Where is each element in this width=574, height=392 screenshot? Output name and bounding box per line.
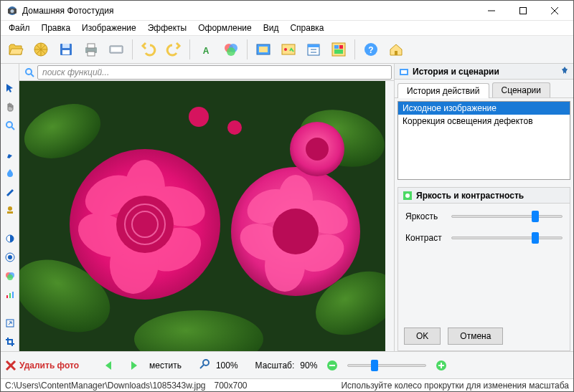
tool-brightness[interactable] [3,231,17,246]
history-panel-header: История и сценарии [395,64,573,80]
svg-rect-30 [308,44,319,47]
tab-scenarios[interactable]: Сценарии [492,82,550,97]
brightness-contrast-panel: Яркость и контрастность Яркость Контраст… [397,187,570,351]
bottom-bar: Удалить фото местить 100% Масштаб: 90% [1,351,573,378]
tool-brush[interactable] [3,147,17,161]
svg-line-41 [11,127,14,130]
close-button[interactable] [539,1,570,21]
svg-rect-20 [111,47,121,52]
toolbar-open[interactable] [4,37,28,62]
tool-contrast[interactable] [3,250,17,264]
tool-hand[interactable] [3,100,17,114]
svg-rect-39 [395,51,397,55]
toolbar-help[interactable]: ? [359,37,383,62]
zoom-100-label[interactable]: 100% [216,360,238,371]
toolbar-card[interactable] [276,37,301,62]
menu-file[interactable]: Файл [4,21,35,34]
svg-point-3 [11,9,14,13]
status-bar: C:\Users\ContentManager\Downloads\108534… [1,378,573,391]
svg-point-49 [7,274,13,280]
search-bar [19,64,394,81]
history-panel-title: История и сценарии [413,67,499,77]
tool-drop[interactable] [3,166,17,180]
menu-decoration[interactable]: Оформление [193,21,256,34]
history-tabs: История действий Сценарии [395,81,573,98]
tool-pointer[interactable] [3,81,17,95]
menu-bar: Файл Правка Изображение Эффекты Оформлен… [1,21,573,35]
toolbar-frame[interactable] [251,37,276,62]
svg-rect-15 [62,50,70,54]
menu-edit[interactable]: Правка [37,21,76,34]
toolbar-scan[interactable] [104,37,128,62]
tool-zoom[interactable] [3,118,17,133]
brightness-slider[interactable] [451,211,563,222]
tool-levels[interactable] [3,287,17,302]
svg-point-40 [6,122,12,128]
toolbar-sep-2 [189,39,190,59]
zoom-in-button[interactable] [432,357,451,374]
contrast-label: Контраст [405,233,446,243]
image-canvas[interactable] [19,81,394,351]
history-item[interactable]: Исходное изображение [398,102,570,115]
fit-action[interactable]: местить [149,360,182,371]
svg-text:?: ? [368,45,373,55]
svg-point-54 [26,69,32,75]
svg-rect-95 [441,363,442,368]
toolbar-calendar[interactable] [301,37,326,62]
ok-button[interactable]: OK [404,328,441,345]
toolbar-print[interactable] [79,37,103,62]
menu-help[interactable]: Справка [285,21,329,34]
history-item[interactable]: Коррекция освещения дефектов [398,115,570,128]
tool-stamp[interactable] [3,203,17,217]
brightness-label: Яркость [405,211,446,221]
svg-rect-92 [329,365,335,366]
search-input[interactable] [37,65,392,80]
menu-image[interactable]: Изображение [77,21,141,34]
toolbar-sep-3 [247,39,248,59]
status-hint: Используйте колесо прокрутки для изменен… [341,381,569,391]
toolbar-undo[interactable] [136,37,161,62]
svg-point-42 [8,206,12,211]
toolbar-catalog[interactable] [29,37,53,62]
toolbar-sep-4 [354,39,355,59]
tool-color[interactable] [3,269,17,283]
prev-image-button[interactable] [100,357,119,374]
maximize-button[interactable] [507,1,539,21]
delete-photo-button[interactable]: Удалить фото [5,360,79,371]
right-panel: История и сценарии История действий Сцен… [394,64,573,351]
tool-pencil[interactable] [3,184,17,199]
menu-effects[interactable]: Эффекты [143,21,192,34]
app-icon [6,5,18,16]
status-path: C:\Users\ContentManager\Downloads\108534… [5,381,206,391]
toolbar-redo[interactable] [161,37,186,62]
cancel-button[interactable]: Отмена [448,328,503,345]
svg-point-63 [227,120,242,135]
svg-point-62 [189,107,209,127]
minimize-button[interactable] [476,1,507,21]
svg-rect-14 [62,44,70,48]
next-image-button[interactable] [125,357,144,374]
svg-rect-34 [334,45,339,49]
toolbar-save[interactable] [54,37,78,62]
tab-history[interactable]: История действий [397,83,489,98]
toolbar-home[interactable] [384,37,408,62]
tool-resize[interactable] [3,316,17,330]
zoom-slider[interactable] [347,360,426,371]
history-list[interactable]: Исходное изображение Коррекция освещения… [397,101,570,180]
svg-rect-52 [12,292,14,298]
svg-rect-18 [88,52,95,56]
contrast-slider[interactable] [451,232,563,244]
title-bar: Домашняя Фотостудия [1,1,573,21]
delete-photo-label: Удалить фото [19,360,79,371]
bc-panel-header: Яркость и контрастность [398,188,570,204]
toolbar-collage[interactable] [326,37,351,62]
svg-rect-43 [7,211,13,214]
toolbar-effects[interactable] [219,37,243,62]
zoom-out-button[interactable] [323,357,342,374]
menu-view[interactable]: Вид [258,21,284,34]
toolbar-text[interactable]: A [194,37,218,62]
tool-crop[interactable] [3,335,17,349]
svg-point-28 [284,48,287,51]
pin-icon[interactable] [560,66,569,77]
zoom-100-icon[interactable] [199,358,210,372]
